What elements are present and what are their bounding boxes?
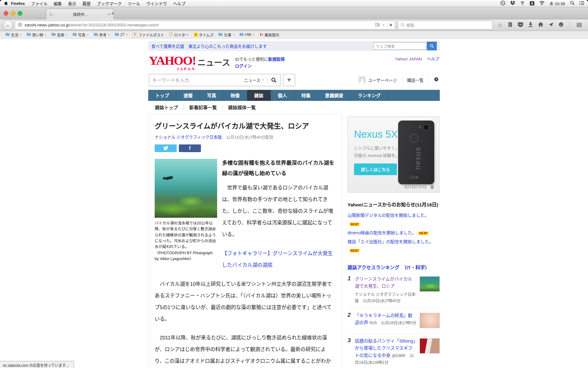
article-photo[interactable]: [155, 159, 217, 218]
minimize-window-button[interactable]: [11, 11, 15, 16]
yahoo-news-logo[interactable]: YAHOO!JAPAN ニュース: [149, 55, 230, 71]
bookmark-times[interactable]: Tタイムズ: [191, 32, 216, 37]
twitter-share-button[interactable]: [155, 144, 177, 152]
ranking-link[interactable]: グリーンスライムがバイカル湖で大発生、ロシア: [355, 277, 412, 289]
add-search-tab-button[interactable]: +: [283, 74, 295, 86]
tab-photo[interactable]: 写真: [200, 90, 224, 101]
android-robot-icon: [429, 184, 435, 189]
reader-dropdown-icon[interactable]: ▼: [382, 24, 385, 27]
news-search-box[interactable]: キーワードを入力 ニュース▼: [149, 74, 281, 86]
notice-link[interactable]: 雑誌「エイ出版社」の配信を開始しました。: [348, 239, 433, 244]
user-page-link[interactable]: ユーザーページ: [368, 77, 397, 83]
bookmark-folder-music[interactable]: 音楽▼: [49, 32, 70, 37]
close-window-button[interactable]: [4, 11, 8, 16]
tab-feature[interactable]: 特集: [294, 90, 318, 101]
dropbox-icon[interactable]: [510, 1, 515, 6]
menubar-item-bookmarks[interactable]: ブックマーク: [94, 0, 125, 6]
nexus-ad[interactable]: i Nexus 5X シンプルに使いやすく。 究極の Android 体験を。 …: [348, 117, 439, 193]
yahoo-logo-text: YAHOO!: [149, 53, 196, 67]
register-link[interactable]: 新規取得: [268, 57, 285, 62]
bookmark-folder-shopping[interactable]: 買い物▼: [24, 32, 49, 37]
subnav-new-articles[interactable]: 新着記事一覧: [184, 104, 222, 110]
tab-top[interactable]: トップ: [148, 90, 176, 101]
notice-link[interactable]: dmenu映画の配信を開始しました。: [348, 230, 417, 235]
hotspot-icon[interactable]: [520, 1, 525, 6]
reading-list-icon[interactable]: [508, 22, 513, 28]
notification-center-icon[interactable]: [579, 1, 584, 6]
tab-flash[interactable]: 速報: [176, 90, 200, 101]
bookmark-folder-work[interactable]: 仕事▼: [216, 32, 237, 37]
ad-cta-button[interactable]: 詳しくはこちら: [354, 163, 397, 175]
phone-camera: [423, 124, 429, 131]
menubar-clock[interactable]: 木 10:39: [549, 0, 565, 6]
user-row-divider: [402, 76, 402, 84]
news-logo-text: ニュース: [198, 56, 230, 68]
article-source-link[interactable]: ナショナル ジオグラフィック日本版: [155, 135, 222, 140]
zoom-window-button[interactable]: [18, 11, 22, 16]
menubar-item-view[interactable]: 表示: [65, 0, 79, 6]
smiley-feedback-icon[interactable]: [559, 22, 564, 28]
menubar-item-file[interactable]: ファイル: [28, 0, 51, 6]
menubar-item-tools[interactable]: ツール: [125, 0, 143, 6]
menubar-item-help[interactable]: ヘルプ: [170, 0, 189, 6]
bookmark-transfer-guide[interactable]: Y!乗換案内: [257, 32, 281, 37]
gear-icon[interactable]: [434, 77, 439, 83]
tab-video[interactable]: 映像: [224, 90, 247, 101]
help-link[interactable]: ヘルプ: [427, 57, 439, 61]
bookmark-folder-photo[interactable]: 写真▼: [70, 32, 91, 37]
menubar-app-name[interactable]: Firefox: [8, 1, 28, 6]
yahoo-japan-link[interactable]: Yahoo! JAPAN: [395, 57, 422, 61]
tab-ranking[interactable]: ランキング: [351, 90, 388, 101]
ranking-heading[interactable]: 雑誌アクセスランキング （IT・科学）: [348, 264, 440, 270]
yahoo-transit-icon: Y!: [259, 33, 263, 36]
download-icon[interactable]: [528, 22, 533, 28]
bookmark-folder-27[interactable]: 27▼: [112, 33, 130, 37]
tab-personal[interactable]: 個人: [271, 90, 294, 101]
bookmark-star-icon[interactable]: ☆: [498, 22, 503, 29]
menubar-item-history[interactable]: 履歴: [79, 0, 94, 6]
back-button[interactable]: ←: [3, 20, 13, 30]
tab-title: 接続中...: [54, 11, 107, 17]
url-bar[interactable]: zasshi.news.yahoo.co.jp/article?a=201511…: [15, 21, 395, 29]
browser-search-field[interactable]: 検索: [398, 21, 493, 29]
reuters-icon: [169, 32, 173, 37]
tab-survey[interactable]: 意識調査: [318, 90, 351, 101]
web-search-input[interactable]: ウェブ検索: [374, 42, 426, 50]
menubar-item-edit[interactable]: 編集: [51, 0, 65, 6]
notice-link[interactable]: 山陽新聞デジタルの配信を開始しました。: [348, 213, 429, 218]
wifi-icon[interactable]: [539, 1, 545, 6]
ranking-thumbnail[interactable]: [420, 338, 440, 354]
spotlight-icon[interactable]: [570, 1, 575, 6]
search-category-dropdown[interactable]: ニュース▼: [244, 77, 267, 83]
subnav-magazine-media[interactable]: 雑誌媒体一覧: [223, 104, 261, 110]
input-source-icon[interactable]: A: [530, 1, 534, 6]
reader-mode-icon[interactable]: [375, 23, 380, 28]
tab-close-icon[interactable]: ×: [107, 12, 111, 17]
web-search-button[interactable]: [427, 42, 437, 50]
bookmark-folder-hw[interactable]: HW▼: [237, 33, 257, 37]
tab-magazine[interactable]: 雑誌: [247, 90, 271, 101]
ranking-thumbnail[interactable]: [420, 313, 440, 328]
apple-icon[interactable]: [4, 1, 8, 6]
subscriptions-link[interactable]: 購読一覧: [407, 77, 424, 83]
stop-loading-button[interactable]: ×: [390, 22, 392, 28]
send-tab-icon[interactable]: [548, 22, 553, 28]
login-link[interactable]: ログイン: [235, 64, 251, 68]
new-tab-button[interactable]: +: [111, 10, 114, 17]
subnav-magazine-top[interactable]: 雑誌トップ: [149, 104, 183, 110]
menubar-item-window[interactable]: ウインドウ: [143, 0, 170, 6]
ranking-thumbnail[interactable]: [420, 276, 440, 292]
bookmark-filepost[interactable]: Fファイルポスト: [130, 32, 167, 37]
bookmark-folder-reference[interactable]: 参考▼: [91, 32, 112, 37]
browser-tab[interactable]: 接続中... ×: [46, 9, 114, 19]
news-search-button[interactable]: [267, 74, 280, 86]
home-icon[interactable]: [538, 22, 543, 28]
pocket-icon[interactable]: [518, 22, 523, 28]
menu-hamburger-icon[interactable]: [577, 23, 582, 27]
folder-icon: [94, 33, 98, 37]
promo-link[interactable]: 食べて復興を応援 東北より心のこもった商品をお届けします: [151, 43, 267, 49]
bookmark-folder-life[interactable]: 生活▼: [3, 32, 24, 37]
facebook-share-button[interactable]: f: [179, 144, 201, 152]
bookmark-reuters[interactable]: ロイター: [167, 32, 191, 37]
creative-cloud-icon[interactable]: [500, 1, 505, 6]
